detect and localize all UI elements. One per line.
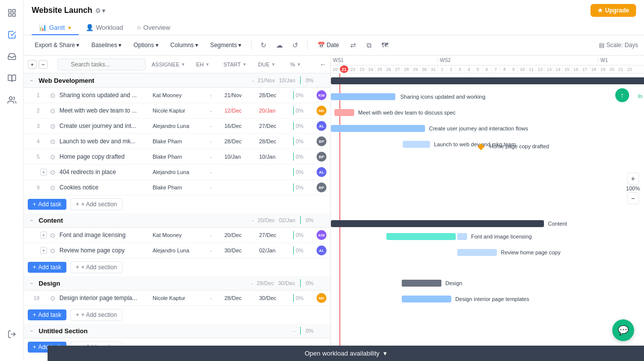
- date-button[interactable]: 📅 Date: [313, 40, 344, 51]
- avatar: NK: [317, 106, 326, 116]
- cloud-button[interactable]: ☁: [272, 38, 286, 52]
- gantt-day: 29: [411, 65, 420, 73]
- design-add-task-button[interactable]: + Add task: [28, 309, 66, 320]
- task-name[interactable]: Create user journey and int...: [57, 122, 153, 129]
- task-start: 28/Dec: [224, 295, 259, 301]
- refresh-button[interactable]: ↻: [257, 38, 270, 52]
- task-check-icon[interactable]: ⊙: [48, 232, 57, 239]
- task-pct: 0%: [296, 108, 317, 114]
- content-add-row: + Add task + + Add section: [24, 258, 330, 276]
- task-check-icon[interactable]: ⊙: [48, 107, 57, 115]
- task-check-icon[interactable]: ⊙: [48, 138, 57, 145]
- task-plus[interactable]: +: [40, 169, 48, 176]
- content-collapse-button[interactable]: −: [28, 216, 36, 224]
- zoom-in-button[interactable]: +: [627, 173, 639, 184]
- task-name[interactable]: 404 redirects in place: [57, 169, 153, 176]
- chat-button[interactable]: 💬: [612, 319, 634, 341]
- link-button[interactable]: ⇄: [346, 38, 360, 52]
- task-name[interactable]: Launch to web dev and mk...: [57, 138, 153, 145]
- upgrade-button[interactable]: ★ Upgrade: [590, 4, 636, 17]
- gantt-day: 16: [572, 65, 581, 73]
- export-share-button[interactable]: Export & Share ▾: [30, 40, 84, 51]
- web-dev-add-task-button[interactable]: + Add task: [28, 199, 66, 210]
- content-date: 20/Dec: [258, 217, 275, 223]
- avatar: AL: [317, 167, 326, 177]
- tab-overview[interactable]: ○ Overview: [130, 21, 177, 35]
- task-name[interactable]: Design interior page templa...: [57, 295, 153, 301]
- baselines-button[interactable]: Baselines ▾: [86, 40, 126, 51]
- task-name[interactable]: Sharing icons updated and ...: [57, 92, 153, 99]
- due-sort-icon: ▼: [271, 62, 275, 67]
- design-add-section-button[interactable]: + + Add section: [70, 309, 122, 321]
- task-plus[interactable]: +: [40, 247, 48, 254]
- pct-column-header[interactable]: % ▼: [288, 61, 316, 67]
- task-name[interactable]: Font and image licensing: [57, 232, 153, 239]
- gantt-label-review: Review home page copy: [501, 249, 561, 255]
- segments-button[interactable]: Segments ▾: [205, 40, 246, 51]
- task-name[interactable]: Review home page copy: [57, 247, 153, 254]
- sidebar-inbox[interactable]: [5, 50, 19, 63]
- task-check-icon[interactable]: ⊙: [48, 247, 57, 254]
- sidebar-tasks[interactable]: [5, 28, 19, 42]
- content-add-section-button[interactable]: + + Add section: [70, 261, 122, 273]
- columns-button[interactable]: Columns ▾: [165, 40, 203, 51]
- start-column-header[interactable]: START ▼: [221, 61, 256, 67]
- task-due: 27/Dec: [259, 123, 291, 129]
- untitled-collapse-button[interactable]: −: [28, 327, 36, 335]
- design-collapse-button[interactable]: −: [28, 279, 36, 287]
- collapse-all-button[interactable]: −: [39, 60, 48, 69]
- task-pct: 0%: [296, 184, 317, 190]
- task-check-icon[interactable]: ⊙: [48, 184, 57, 191]
- task-check-icon[interactable]: ⊙: [48, 153, 57, 161]
- undo-button[interactable]: ↺: [288, 38, 302, 52]
- undo-icon: ↺: [292, 41, 298, 49]
- task-expand-btn[interactable]: +: [40, 169, 47, 176]
- sync-icon[interactable]: ↑: [615, 88, 629, 102]
- expand-all-button[interactable]: +: [28, 60, 37, 69]
- task-name[interactable]: Cookies notice: [57, 184, 153, 191]
- task-check-icon[interactable]: ⊙: [48, 92, 57, 99]
- tab-gantt[interactable]: 📊 Gantt ★: [32, 21, 79, 35]
- zoom-out-button[interactable]: −: [627, 192, 639, 204]
- link-icon: ⇄: [350, 41, 356, 49]
- options-chevron-icon: ▾: [156, 42, 159, 49]
- options-button[interactable]: Options ▾: [128, 40, 163, 51]
- task-check-icon[interactable]: ⊙: [48, 169, 57, 176]
- content-add-task-button[interactable]: + Add task: [28, 262, 66, 273]
- web-dev-collapse-button[interactable]: −: [28, 76, 36, 84]
- copy-button[interactable]: ⧉: [362, 38, 376, 52]
- search-input[interactable]: [57, 59, 146, 70]
- task-expand-btn[interactable]: +: [40, 232, 47, 239]
- tab-workload[interactable]: 👤 Workload: [79, 21, 130, 35]
- export-share-label: Export & Share: [35, 42, 75, 49]
- eh-column-header[interactable]: EH ▼: [194, 61, 221, 67]
- task-eh: -: [197, 169, 224, 175]
- task-check-icon[interactable]: ⊙: [48, 295, 57, 302]
- task-check-icon[interactable]: ⊙: [48, 122, 57, 130]
- scale-icon: ▤: [599, 42, 604, 49]
- gantt-tab-icon: 📊: [39, 24, 47, 31]
- sidebar-people[interactable]: [5, 93, 19, 107]
- sidebar-learn[interactable]: [5, 71, 19, 85]
- workload-availability-bar[interactable]: Open workload availability ▾: [48, 346, 644, 361]
- task-due: 27/Dec: [259, 232, 291, 238]
- gantt-day: 15: [563, 65, 572, 73]
- web-dev-add-section-button[interactable]: + + Add section: [70, 198, 122, 210]
- due-column-header[interactable]: DUE ▼: [256, 61, 288, 67]
- sidebar-home[interactable]: [5, 6, 19, 20]
- back-arrow-icon[interactable]: ←: [320, 60, 326, 68]
- map-button[interactable]: 🗺: [378, 38, 392, 52]
- task-expand-btn[interactable]: +: [40, 247, 47, 254]
- content-meta: - 20/Dec 02/Jan: [252, 217, 295, 223]
- untitled-section-name: Untitled Section: [39, 327, 290, 335]
- task-due: 02/Jan: [259, 247, 291, 253]
- project-settings-button[interactable]: ⚙ ▾: [95, 7, 106, 14]
- sidebar-exit[interactable]: [5, 327, 19, 341]
- assignee-column-header[interactable]: ASSIGNEE ▼: [150, 61, 194, 67]
- task-name[interactable]: Home page copy drafted: [57, 153, 153, 160]
- start-sort-icon: ▼: [242, 62, 247, 67]
- task-name[interactable]: Meet with web dev team to ...: [57, 107, 153, 114]
- gantt-day: 6: [483, 65, 491, 73]
- avatar: BP: [317, 182, 326, 192]
- task-plus[interactable]: +: [40, 232, 48, 239]
